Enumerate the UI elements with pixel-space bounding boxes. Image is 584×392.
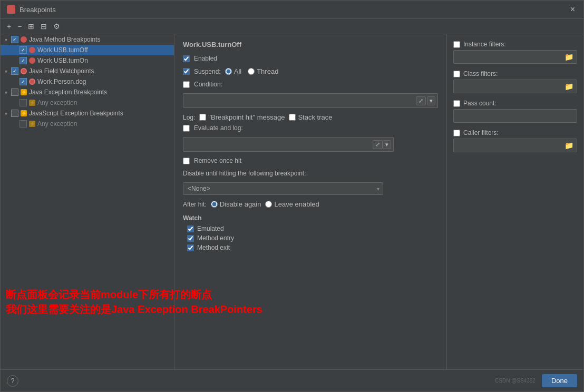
remove-button[interactable]: − — [15, 21, 24, 32]
class-filters-browse-btn[interactable]: 📁 — [563, 82, 575, 91]
suspend-thread-option[interactable]: Thread — [248, 67, 278, 75]
class-filters-checkbox[interactable] — [453, 71, 460, 77]
caller-filters-checkbox[interactable] — [453, 130, 460, 136]
method-bp-icon — [21, 36, 27, 43]
evaluate-expand-btn[interactable]: ⤢ — [373, 140, 383, 149]
method-bp-icon3 — [29, 57, 35, 64]
tree-item-work-person-dog[interactable]: Work.Person.dog — [1, 76, 174, 87]
app-icon — [7, 5, 15, 14]
class-filters-label[interactable]: Class filters: — [463, 70, 498, 77]
suspend-radio-group: All Thread — [225, 67, 279, 75]
checkbox-java-method[interactable] — [11, 36, 18, 43]
condition-input[interactable] — [186, 95, 416, 106]
instance-filters-browse-btn[interactable]: 📁 — [563, 53, 575, 61]
tree-group-java-exception[interactable]: ▾ ⚡ Java Exception Breakpoints — [1, 87, 174, 97]
suspend-all-option[interactable]: All — [225, 67, 241, 75]
dialog-title: Breakpoints — [20, 6, 56, 14]
enabled-label[interactable]: Enabled — [194, 55, 217, 62]
tree-item-any-exception-java[interactable]: ⚡ Any exception — [1, 97, 174, 108]
field-bp-icon — [21, 68, 27, 74]
disable-until-select[interactable]: <None> — [183, 183, 374, 194]
watch-emulated-checkbox[interactable] — [187, 226, 194, 232]
evaluate-dropdown-btn[interactable]: ▾ — [383, 140, 391, 149]
condition-label[interactable]: Condition: — [194, 81, 222, 88]
checkbox-any-exception-java[interactable] — [20, 99, 27, 106]
after-hit-label: After hit: — [183, 201, 207, 208]
watch-emulated-label[interactable]: Emulated — [197, 225, 224, 232]
pass-count-checkbox[interactable] — [453, 100, 460, 107]
watch-emulated-row: Emulated — [187, 225, 438, 232]
done-button[interactable]: Done — [542, 374, 577, 387]
leave-enabled-label: Leave enabled — [274, 200, 319, 208]
title-bar: Breakpoints × — [1, 1, 583, 19]
log-message-checkbox[interactable] — [199, 114, 206, 121]
condition-expand-btn[interactable]: ⤢ — [416, 96, 426, 105]
checkbox-person-dog[interactable] — [20, 78, 27, 85]
field-bp-icon2 — [29, 79, 35, 85]
evaluate-input[interactable] — [186, 139, 373, 150]
add-button[interactable]: + — [5, 21, 13, 32]
log-message-option[interactable]: "Breakpoint hit" message — [199, 113, 285, 121]
log-row: Log: "Breakpoint hit" message Stack trac… — [183, 113, 438, 121]
settings-button[interactable]: ⚙ — [51, 21, 62, 32]
suspend-checkbox[interactable] — [183, 68, 190, 75]
leave-enabled-radio[interactable] — [265, 201, 272, 208]
remove-once-hit-label[interactable]: Remove once hit — [194, 157, 241, 164]
checkbox-js-exception[interactable] — [11, 110, 18, 117]
disable-again-radio[interactable] — [211, 201, 218, 208]
watch-method-entry-label[interactable]: Method entry — [197, 234, 234, 242]
help-button[interactable]: ? — [7, 375, 18, 387]
tree-group-java-field[interactable]: ▾ Java Field Watchpoints — [1, 66, 174, 76]
instance-filters-input[interactable] — [456, 52, 563, 62]
checkbox-turnon[interactable] — [20, 57, 27, 64]
log-stack-option[interactable]: Stack trace — [289, 113, 332, 121]
checkbox-java-exception[interactable] — [11, 89, 18, 96]
evaluate-checkbox[interactable] — [183, 125, 190, 132]
tree-item-work-usb-turnon[interactable]: Work.USB.turnOn — [1, 55, 174, 66]
condition-dropdown-btn[interactable]: ▾ — [427, 96, 435, 105]
watch-label: Watch — [183, 214, 438, 222]
watch-method-entry-row: Method entry — [187, 234, 438, 242]
work-usb-turnoff-label: Work.USB.turnOff — [37, 46, 88, 54]
watch-method-exit-checkbox[interactable] — [187, 244, 194, 251]
caller-filters-label[interactable]: Caller filters: — [463, 129, 499, 136]
checkbox-any-exception-js[interactable] — [20, 120, 27, 128]
suspend-all-label: All — [234, 67, 241, 75]
method-bp-icon2 — [29, 47, 35, 53]
checkbox-turnoff[interactable] — [20, 46, 27, 54]
class-filters-input-wrap: 📁 — [453, 80, 577, 93]
checkbox-java-field[interactable] — [11, 67, 18, 75]
condition-btns: ⤢ ▾ — [416, 96, 435, 105]
tree-group-java-method[interactable]: ▾ Java Method Breakpoints — [1, 34, 174, 45]
close-button[interactable]: × — [568, 5, 577, 14]
tree-item-work-usb-turnoff[interactable]: Work.USB.turnOff — [1, 45, 174, 55]
watch-method-exit-label[interactable]: Method exit — [197, 244, 230, 251]
evaluate-label[interactable]: Evaluate and log: — [194, 124, 243, 132]
suspend-label[interactable]: Suspend: — [194, 68, 221, 75]
pass-count-input[interactable] — [456, 111, 575, 121]
watch-method-entry-checkbox[interactable] — [187, 235, 194, 242]
instance-filters-label[interactable]: Instance filters: — [463, 41, 506, 48]
expand-icon6: ▾ — [5, 90, 11, 95]
caller-filters-section: Caller filters: 📁 — [453, 129, 577, 152]
watermark: CSDN @SS4362 — [495, 378, 536, 384]
condition-checkbox[interactable] — [183, 81, 190, 88]
leave-enabled-option[interactable]: Leave enabled — [265, 200, 319, 208]
log-stack-checkbox[interactable] — [289, 114, 296, 121]
tree-item-any-exception-js[interactable]: ⚡ Any exception — [1, 119, 174, 129]
expand-button[interactable]: ⊟ — [38, 21, 49, 32]
enabled-checkbox[interactable] — [183, 55, 190, 62]
remove-once-hit-checkbox[interactable] — [183, 158, 190, 164]
suspend-thread-radio[interactable] — [248, 68, 255, 75]
suspend-all-radio[interactable] — [225, 68, 232, 75]
caller-filters-browse-btn[interactable]: 📁 — [563, 141, 575, 150]
evaluate-row: Evaluate and log: — [183, 124, 438, 132]
pass-count-label[interactable]: Pass count: — [463, 100, 497, 107]
work-person-dog-label: Work.Person.dog — [37, 78, 86, 85]
class-filters-input[interactable] — [456, 82, 563, 91]
instance-filters-checkbox[interactable] — [453, 41, 460, 48]
disable-again-option[interactable]: Disable again — [211, 200, 261, 208]
caller-filters-input[interactable] — [456, 141, 563, 150]
group-button[interactable]: ⊞ — [26, 21, 36, 32]
tree-group-js-exception[interactable]: ▾ ⚡ JavaScript Exception Breakpoints — [1, 108, 174, 119]
